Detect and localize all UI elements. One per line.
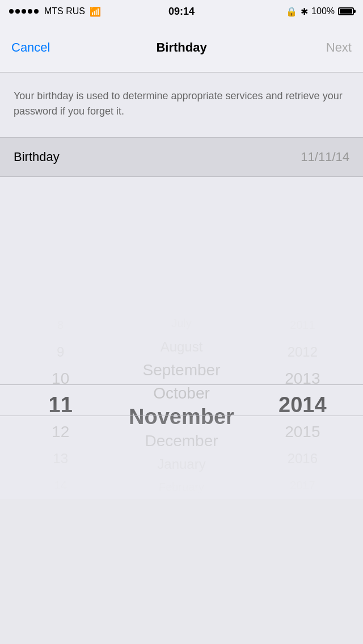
- picker-month-item[interactable]: December: [121, 429, 242, 452]
- date-picker[interactable]: 891011121314 JulyAugustSeptemberOctoberN…: [0, 302, 363, 499]
- picker-column-year[interactable]: 2011201220132014201520162017: [242, 302, 363, 499]
- picker-year-item[interactable]: 2011: [242, 312, 363, 338]
- wifi-icon: 📶: [90, 6, 101, 17]
- battery-percent: 100%: [311, 6, 335, 16]
- description-area: Your birthday is used to determine appro…: [0, 73, 363, 137]
- spacer-area: [0, 177, 363, 302]
- picker-year-item[interactable]: 2013: [242, 365, 363, 392]
- picker-month-item[interactable]: July: [121, 312, 242, 335]
- picker-column-day[interactable]: 891011121314: [0, 302, 121, 499]
- picker-month-item[interactable]: November: [121, 405, 242, 429]
- picker-year-item[interactable]: 2014: [242, 392, 363, 418]
- picker-day-item[interactable]: 9: [0, 338, 121, 365]
- picker-year-item[interactable]: 2017: [242, 472, 363, 499]
- birthday-row[interactable]: Birthday 11/11/14: [0, 137, 363, 177]
- battery-icon: [338, 7, 354, 15]
- picker-day-item[interactable]: 13: [0, 446, 121, 472]
- status-bar: MTS RUS 📶 09:14 🔒 ✱ 100%: [0, 0, 363, 23]
- picker-day-item[interactable]: 10: [0, 365, 121, 392]
- birthday-value: 11/11/14: [301, 150, 349, 164]
- picker-column-month[interactable]: JulyAugustSeptemberOctoberNovemberDecemb…: [121, 302, 242, 499]
- nav-bar: Cancel Birthday Next: [0, 23, 363, 73]
- picker-month-item[interactable]: September: [121, 358, 242, 382]
- picker-day-item[interactable]: 11: [0, 392, 121, 418]
- picker-year-item[interactable]: 2012: [242, 338, 363, 365]
- status-right: 🔒 ✱ 100%: [286, 6, 354, 17]
- picker-year-item[interactable]: 2015: [242, 419, 363, 446]
- carrier-label: MTS RUS: [44, 6, 85, 16]
- birthday-label: Birthday: [14, 150, 60, 164]
- picker-year-item[interactable]: 2016: [242, 446, 363, 472]
- picker-columns: 891011121314 JulyAugustSeptemberOctoberN…: [0, 302, 363, 499]
- picker-month-item[interactable]: August: [121, 335, 242, 358]
- picker-day-item[interactable]: 14: [0, 472, 121, 499]
- next-button: Next: [326, 40, 352, 55]
- lock-icon: 🔒: [286, 6, 297, 17]
- signal-dots: [9, 9, 39, 14]
- picker-day-item[interactable]: 12: [0, 419, 121, 446]
- page-title: Birthday: [156, 40, 206, 55]
- bluetooth-icon: ✱: [301, 6, 308, 17]
- picker-month-item[interactable]: October: [121, 382, 242, 405]
- cancel-button[interactable]: Cancel: [11, 40, 50, 55]
- status-time: 09:14: [168, 6, 195, 18]
- picker-day-item[interactable]: 8: [0, 312, 121, 338]
- status-left: MTS RUS 📶: [9, 6, 101, 17]
- description-text: Your birthday is used to determine appro…: [14, 88, 349, 119]
- picker-month-item[interactable]: January: [121, 452, 242, 476]
- picker-month-item[interactable]: February: [121, 476, 242, 499]
